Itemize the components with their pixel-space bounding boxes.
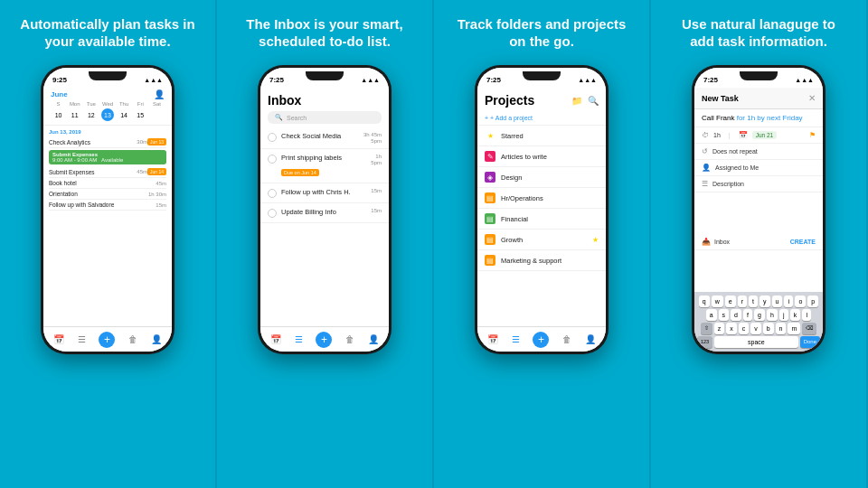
cal-day-14[interactable]: 14 [118, 108, 130, 121]
inbox-task-social[interactable]: Check Social Media 3h 45m 5pm [260, 127, 389, 149]
key-g[interactable]: g [754, 309, 765, 321]
cal-task-orientation[interactable]: Orientation 1h 30m [49, 189, 166, 200]
key-j[interactable]: j [779, 309, 788, 321]
project-starred[interactable]: ★ Starred [477, 126, 606, 146]
project-hr[interactable]: ▤ Hr/Operations [477, 188, 606, 209]
key-u[interactable]: u [772, 296, 783, 307]
newtask-description-row[interactable]: ☰ Description [694, 176, 823, 192]
search-bar[interactable]: 🔍 Search [268, 111, 382, 124]
newtask-assignee-row[interactable]: 👤 Assigned to Me [694, 160, 823, 176]
newtask-input-area[interactable]: Call Frank for 1h by next Friday [694, 109, 823, 127]
key-backspace[interactable]: ⌫ [802, 323, 816, 334]
projects-header: Projects 📁 🔍 [477, 88, 606, 111]
key-r[interactable]: r [738, 296, 747, 307]
key-p[interactable]: p [807, 296, 818, 307]
tab-projects-icon-3[interactable]: ☰ [512, 334, 520, 344]
person-icon: 👤 [702, 164, 711, 172]
tab-profile-icon-2[interactable]: 👤 [368, 334, 379, 344]
tab-calendar-icon[interactable]: 📅 [53, 334, 64, 344]
add-task-button-2[interactable]: + [316, 332, 332, 348]
inbox-checkbox-4[interactable] [268, 209, 277, 218]
panel-calendar: Automatically plan tasks in your availab… [0, 0, 217, 488]
key-e[interactable]: e [725, 296, 736, 307]
cal-day-12[interactable]: 12 [85, 108, 98, 121]
key-done[interactable]: Done [800, 336, 820, 348]
inbox-checkbox-1[interactable] [268, 133, 277, 142]
folder-icon[interactable]: 📁 [571, 96, 582, 106]
key-m[interactable]: m [788, 323, 800, 334]
key-z[interactable]: z [714, 323, 725, 334]
key-b[interactable]: b [763, 323, 774, 334]
inbox-task-chris[interactable]: Follow up with Chris H. 15m [260, 183, 389, 203]
tab-cal-icon-2[interactable]: 📅 [270, 334, 281, 344]
key-s[interactable]: s [719, 309, 730, 321]
inbox-checkbox-3[interactable] [268, 189, 277, 198]
key-w[interactable]: w [712, 296, 723, 307]
project-growth[interactable]: ▤ Growth ★ [477, 230, 606, 250]
cal-task-book-hotel[interactable]: Book hotel 45m [49, 178, 166, 189]
project-design[interactable]: ◈ Design [477, 167, 606, 188]
key-123[interactable]: 123 [697, 336, 712, 348]
project-marketing[interactable]: ▤ Marketing & support [477, 250, 606, 271]
search-placeholder: Search [287, 115, 307, 121]
key-shift[interactable]: ⇧ [701, 323, 712, 334]
description-icon: ☰ [702, 180, 708, 188]
tab-cal-icon-3[interactable]: 📅 [487, 334, 498, 344]
tab-inbox-icon-2[interactable]: ☰ [295, 334, 303, 344]
cal-day-15[interactable]: 15 [134, 108, 146, 121]
newtask-time-row[interactable]: ⏱ 1h | 📅 Jun 21 ⚑ [694, 127, 823, 144]
project-financial[interactable]: ▤ Financial [477, 209, 606, 230]
keyboard-row-3: ⇧ z x c v b n m ⌫ [697, 323, 820, 334]
project-articles[interactable]: ✎ Articles to write [477, 146, 606, 167]
cal-task-check-analytics[interactable]: Check Analytics 30m Jun 13 [49, 136, 166, 148]
key-c[interactable]: c [739, 323, 750, 334]
cal-task-follow-up[interactable]: Follow up with Salvadore 15m [49, 200, 166, 211]
key-i[interactable]: i [784, 296, 793, 307]
key-k[interactable]: k [790, 309, 801, 321]
add-task-button-3[interactable]: + [533, 332, 549, 348]
cal-day-13[interactable]: 13 [101, 108, 114, 121]
key-d[interactable]: d [731, 309, 741, 321]
key-l[interactable]: l [802, 309, 811, 321]
cal-day-row: 10 11 12 13 14 15 [51, 108, 165, 121]
cal-day-10[interactable]: 10 [52, 108, 65, 121]
keyboard-row-2: a s d f g h j k l [697, 309, 820, 321]
key-t[interactable]: t [749, 296, 758, 307]
project-name-design: Design [501, 174, 599, 182]
panel-projects: Track folders and projectson the go. 7:2… [434, 0, 651, 488]
project-icon-growth: ▤ [485, 234, 495, 245]
cal-task-submit-expenses[interactable]: Submit Expenses 45m Jun 14 [49, 166, 166, 178]
key-y[interactable]: y [760, 296, 770, 307]
tab-list-icon[interactable]: ☰ [78, 334, 86, 344]
search-icon-projects[interactable]: 🔍 [588, 96, 599, 106]
cal-day-11[interactable]: 11 [69, 108, 81, 121]
key-n[interactable]: n [776, 323, 787, 334]
tab-profile-icon-3[interactable]: 👤 [585, 334, 596, 344]
newtask-repeat-row[interactable]: ↺ Does not repeat [694, 144, 823, 160]
phone-outer-4: 7:25 ▲▲▲ New Task ✕ Call Frank for 1h by… [692, 65, 826, 354]
add-task-button-1[interactable]: + [99, 332, 115, 348]
key-space[interactable]: space [714, 336, 797, 348]
inbox-task-billing[interactable]: Update Billing Info 15m [260, 203, 389, 223]
newtask-header: New Task ✕ [694, 88, 823, 109]
tab-trash-icon-3[interactable]: 🗑 [562, 334, 571, 344]
project-name-articles: Articles to write [501, 153, 599, 161]
key-q[interactable]: q [699, 296, 710, 307]
key-v[interactable]: v [750, 323, 761, 334]
key-h[interactable]: h [767, 309, 778, 321]
add-project-icon: + [485, 115, 488, 121]
cal-task-submit-expenses-highlight[interactable]: Submit Expenses 9:00 AM - 9:00 AM Availa… [49, 150, 166, 164]
tab-trash-icon[interactable]: 🗑 [128, 334, 137, 344]
create-button[interactable]: CREATE [790, 239, 816, 245]
inbox-task-shipping[interactable]: Print shipping labels Due on Jun 14 1h 5… [260, 149, 389, 183]
key-x[interactable]: x [726, 323, 737, 334]
inbox-checkbox-2[interactable] [268, 155, 277, 164]
flag-icon: ⚑ [809, 131, 816, 139]
key-o[interactable]: o [795, 296, 806, 307]
tab-trash-icon-2[interactable]: 🗑 [345, 334, 354, 344]
tab-profile-icon[interactable]: 👤 [151, 334, 162, 344]
add-project-row[interactable]: + + Add a project [477, 111, 606, 126]
key-a[interactable]: a [706, 309, 717, 321]
newtask-close-button[interactable]: ✕ [808, 93, 816, 103]
key-f[interactable]: f [743, 309, 752, 321]
